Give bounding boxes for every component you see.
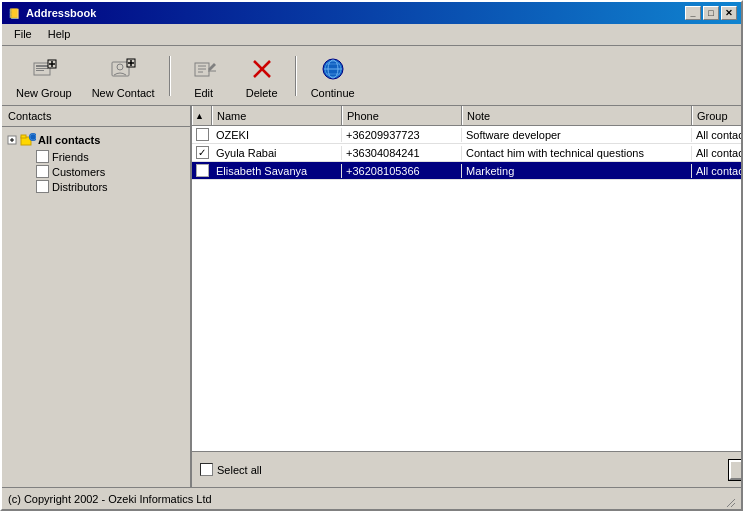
action-bar: Select all Continue <box>192 451 741 487</box>
tree-item-distributors[interactable]: Distributors <box>36 179 188 194</box>
tree-item-customers[interactable]: Customers <box>36 164 188 179</box>
maximize-button[interactable]: □ <box>703 6 719 20</box>
toolbar-separator-2 <box>295 56 297 96</box>
col-note-label: Note <box>467 110 490 122</box>
row2-phone: +36304084241 <box>342 146 462 160</box>
row1-group: All contacts <box>692 128 741 142</box>
continue-label: Continue <box>311 87 355 99</box>
new-contact-icon <box>107 53 139 85</box>
new-contact-label: New Contact <box>92 87 155 99</box>
new-group-button[interactable]: New Group <box>10 51 78 101</box>
select-all-label: Select all <box>217 464 262 476</box>
menu-file[interactable]: File <box>6 26 40 43</box>
friends-label: Friends <box>52 151 89 163</box>
row2-group: All contacts <box>692 146 741 160</box>
tree-children: Friends Customers Distributors <box>36 149 188 194</box>
friends-checkbox[interactable] <box>36 150 49 163</box>
window-icon: 📒 <box>6 5 22 21</box>
edit-label: Edit <box>194 87 213 99</box>
new-group-icon <box>28 53 60 85</box>
resize-handle[interactable] <box>719 491 735 507</box>
col-group-label: Group <box>697 110 728 122</box>
row2-checkbox[interactable] <box>196 146 209 159</box>
svg-line-34 <box>731 503 735 507</box>
row3-group: All contacts <box>692 164 741 178</box>
row1-name: OZEKI <box>212 128 342 142</box>
edit-icon <box>188 53 220 85</box>
tree-item-friends[interactable]: Friends <box>36 149 188 164</box>
window-controls: _ □ ✕ <box>685 6 737 20</box>
toolbar-separator-1 <box>169 56 171 96</box>
col-header-group[interactable]: Group <box>692 106 741 125</box>
row1-check-cell <box>192 128 212 141</box>
table-row[interactable]: Gyula Rabai +36304084241 Contact him wit… <box>192 144 741 162</box>
list-header: ▲ Name Phone Note Group <box>192 106 741 126</box>
toolbar: New Group New Contact <box>2 46 741 106</box>
svg-rect-30 <box>21 135 26 138</box>
row3-name: Elisabeth Savanya <box>212 164 342 178</box>
customers-checkbox[interactable] <box>36 165 49 178</box>
row1-phone: +36209937723 <box>342 128 462 142</box>
tree-expand-icon[interactable] <box>4 132 20 148</box>
continue-button[interactable]: Continue <box>305 51 361 101</box>
delete-label: Delete <box>246 87 278 99</box>
row2-note: Contact him with technical questions <box>462 146 692 160</box>
continue-action-button[interactable]: Continue <box>729 460 741 480</box>
list-panel: ▲ Name Phone Note Group <box>192 106 741 487</box>
all-contacts-label: All contacts <box>38 134 100 146</box>
menu-help[interactable]: Help <box>40 26 79 43</box>
tree-container: All contacts Friends Customers Distribu <box>2 127 190 487</box>
all-contacts-icon <box>20 132 36 148</box>
svg-point-8 <box>117 64 123 70</box>
status-bar: (c) Copyright 2002 - Ozeki Informatics L… <box>2 487 741 509</box>
svg-line-33 <box>727 499 735 507</box>
row2-name: Gyula Rabai <box>212 146 342 160</box>
title-bar: 📒 Addressbook _ □ ✕ <box>2 2 741 24</box>
list-body: OZEKI +36209937723 Software developer Al… <box>192 126 741 451</box>
new-contact-button[interactable]: New Contact <box>86 51 161 101</box>
col-phone-label: Phone <box>347 110 379 122</box>
table-row[interactable]: Elisabeth Savanya +36208105366 Marketing… <box>192 162 741 180</box>
col-header-check: ▲ <box>192 106 212 125</box>
status-text: (c) Copyright 2002 - Ozeki Informatics L… <box>8 493 719 505</box>
continue-icon <box>317 53 349 85</box>
row3-checkbox[interactable] <box>196 164 209 177</box>
new-group-label: New Group <box>16 87 72 99</box>
svg-rect-1 <box>36 65 48 67</box>
delete-button[interactable]: Delete <box>237 51 287 101</box>
menu-bar: File Help <box>2 24 741 46</box>
row1-note: Software developer <box>462 128 692 142</box>
window: 📒 Addressbook _ □ ✕ File Help <box>0 0 743 511</box>
sort-arrow-check: ▲ <box>195 111 204 121</box>
window-title: Addressbook <box>26 7 685 19</box>
row3-check-cell <box>192 164 212 177</box>
row3-note: Marketing <box>462 164 692 178</box>
select-all-area: Select all <box>200 463 262 476</box>
contacts-header: Contacts <box>2 106 190 127</box>
svg-rect-3 <box>36 70 44 71</box>
customers-label: Customers <box>52 166 105 178</box>
tree-item-all-contacts[interactable]: All contacts <box>4 131 188 149</box>
col-header-name[interactable]: Name <box>212 106 342 125</box>
select-all-checkbox[interactable] <box>200 463 213 476</box>
row2-check-cell <box>192 146 212 159</box>
contacts-panel: Contacts <box>2 106 192 487</box>
row1-checkbox[interactable] <box>196 128 209 141</box>
col-header-phone[interactable]: Phone <box>342 106 462 125</box>
distributors-checkbox[interactable] <box>36 180 49 193</box>
svg-rect-2 <box>36 68 48 69</box>
minimize-button[interactable]: _ <box>685 6 701 20</box>
table-row[interactable]: OZEKI +36209937723 Software developer Al… <box>192 126 741 144</box>
distributors-label: Distributors <box>52 181 108 193</box>
main-content: Contacts <box>2 106 741 487</box>
close-button[interactable]: ✕ <box>721 6 737 20</box>
row3-phone: +36208105366 <box>342 164 462 178</box>
col-name-label: Name <box>217 110 246 122</box>
col-header-note[interactable]: Note <box>462 106 692 125</box>
edit-button[interactable]: Edit <box>179 51 229 101</box>
delete-icon <box>246 53 278 85</box>
